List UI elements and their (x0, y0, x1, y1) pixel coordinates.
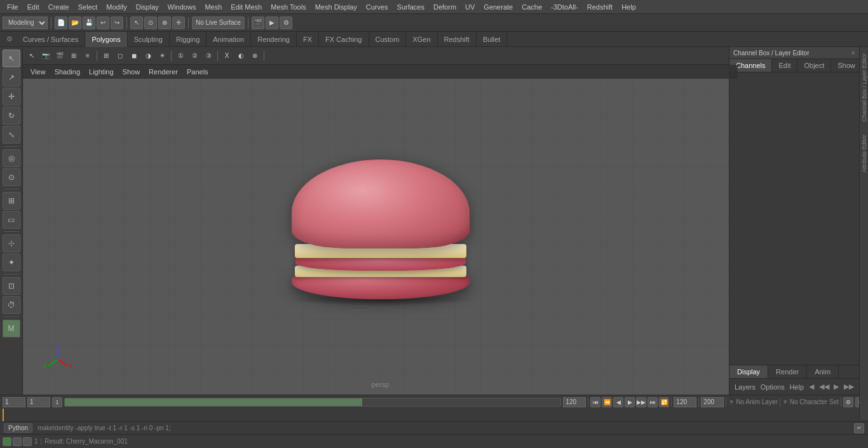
display-tab-anim[interactable]: Anim (807, 365, 839, 378)
undo-icon[interactable]: ↩ (97, 17, 109, 29)
menu-display[interactable]: Display (132, 2, 163, 12)
tab-sculpting[interactable]: Sculpting (128, 32, 170, 47)
tab-polygons[interactable]: Polygons (85, 32, 127, 47)
render-seq-icon[interactable]: ▶ (266, 17, 278, 29)
panel-close-icon[interactable]: × (851, 49, 855, 57)
transform-tool[interactable]: ↗ (3, 69, 20, 86)
frame-field-2[interactable] (27, 397, 50, 407)
move-icon[interactable]: ✛ (172, 17, 185, 29)
pb-loop-btn[interactable]: 🔁 (659, 397, 669, 407)
character-set-dropdown-icon[interactable]: ▼ (782, 398, 789, 405)
vp-menu-view[interactable]: View (27, 67, 50, 77)
redo-icon[interactable]: ↪ (111, 17, 123, 29)
channel-box-vertical-label[interactable]: Channel Box / Layer Editor (861, 53, 867, 122)
layers-menu-help[interactable]: Help (789, 383, 804, 391)
cb-tab-object[interactable]: Object (797, 59, 831, 72)
vp-light-icon[interactable]: ☀ (156, 50, 168, 62)
tab-curves-surfaces[interactable]: Curves / Surfaces (17, 32, 85, 47)
layers-nav-next[interactable]: ▶ (834, 383, 839, 391)
attribute-editor-vertical-label[interactable]: Attribute Editor (861, 135, 867, 173)
menu-generate[interactable]: Generate (479, 2, 517, 12)
menu-deform[interactable]: Deform (429, 2, 461, 12)
menu-uv[interactable]: UV (461, 2, 479, 12)
menu-create[interactable]: Create (44, 2, 74, 12)
soft-select-tool[interactable]: ◎ (3, 149, 20, 167)
workspace-select[interactable]: Modeling (3, 17, 48, 29)
layout-icon[interactable]: ⊡ (3, 277, 20, 295)
vp-menu-shading[interactable]: Shading (51, 67, 84, 77)
open-file-icon[interactable]: 📂 (69, 17, 81, 29)
vp-snap-icon[interactable]: ⊞ (67, 50, 80, 62)
vp-toggle3-icon[interactable]: ③ (202, 50, 215, 62)
menu-modify[interactable]: Modify (102, 2, 131, 12)
menu-help[interactable]: Help (617, 2, 641, 12)
command-line[interactable]: makeIdentity -apply true -t 1 -r 1 -s 1 … (37, 424, 849, 431)
cb-tab-edit[interactable]: Edit (772, 59, 797, 72)
save-file-icon[interactable]: 💾 (83, 17, 95, 29)
layers-menu-options[interactable]: Options (761, 383, 785, 391)
vp-wireframe-icon[interactable]: ◻ (114, 50, 126, 62)
menu-3dtoall[interactable]: -3DtoAll- (546, 2, 583, 12)
anim-start-field[interactable] (674, 397, 696, 407)
command-enter-btn[interactable]: ↵ (854, 423, 864, 433)
pb-prev-key-btn[interactable]: ⏪ (602, 397, 612, 407)
pb-next-btn[interactable]: ▶▶ (636, 397, 646, 407)
current-frame-field[interactable] (3, 397, 25, 407)
grid-select-tool[interactable]: ⊞ (3, 192, 20, 210)
vp-shading2-icon[interactable]: ◐ (234, 50, 247, 62)
vp-toggle1-icon[interactable]: ① (174, 50, 187, 62)
vp-toggle2-icon[interactable]: ② (188, 50, 201, 62)
tab-animation[interactable]: Animation (207, 32, 251, 47)
menu-redshift[interactable]: Redshift (583, 2, 617, 12)
pb-prev-btn[interactable]: ◀ (613, 397, 623, 407)
maya-icon[interactable]: M (3, 320, 20, 337)
render-icon[interactable]: 🎬 (252, 17, 264, 29)
menu-curves[interactable]: Curves (362, 2, 393, 12)
live-surface-btn[interactable]: No Live Surface (192, 17, 245, 29)
viewport-frame-icon[interactable] (13, 437, 22, 446)
range-end-field[interactable] (563, 397, 586, 407)
layers-nav-prev[interactable]: ◀ (809, 383, 814, 391)
menu-windows[interactable]: Windows (163, 2, 201, 12)
menu-edit[interactable]: Edit (23, 2, 44, 12)
vp-isolate-icon[interactable]: ⊗ (248, 50, 261, 62)
menu-file[interactable]: File (3, 2, 23, 12)
layers-nav-prev2[interactable]: ◀◀ (819, 383, 829, 391)
cb-tab-show[interactable]: Show (831, 59, 862, 72)
pb-play-btn[interactable]: ▶ (625, 397, 635, 407)
viewport-snap-icon[interactable] (23, 437, 32, 446)
pb-start-btn[interactable]: ⏮ (590, 397, 600, 407)
layers-nav-next2[interactable]: ▶▶ (844, 383, 854, 391)
scale-tool[interactable]: ⤡ (3, 126, 20, 144)
render-settings-icon[interactable]: ⚙ (280, 17, 292, 29)
pb-end-btn[interactable]: ⏭ (648, 397, 658, 407)
tab-rigging[interactable]: Rigging (170, 32, 207, 47)
vp-select-mask-icon[interactable]: ↖ (25, 50, 38, 62)
vp-camera-icon[interactable]: 📷 (39, 50, 52, 62)
vp-menu-show[interactable]: Show (119, 67, 144, 77)
menu-select[interactable]: Select (74, 2, 102, 12)
lasso-icon[interactable]: ⊙ (144, 17, 157, 29)
move-tool[interactable]: ✛ (3, 88, 20, 105)
tab-redshift[interactable]: Redshift (438, 32, 477, 47)
vp-xray-icon[interactable]: X (220, 50, 233, 62)
box-select-tool[interactable]: ▭ (3, 211, 20, 229)
tab-bullet[interactable]: Bullet (477, 32, 508, 47)
layers-menu-layers[interactable]: Layers (735, 383, 756, 391)
vp-grid-icon[interactable]: ⊞ (100, 50, 112, 62)
preferences-btn[interactable]: ⚙ (843, 397, 853, 407)
vp-menu-renderer[interactable]: Renderer (145, 67, 182, 77)
snap-point-tool[interactable]: ✦ (3, 254, 20, 271)
menu-mesh-tools[interactable]: Mesh Tools (266, 2, 310, 12)
menu-mesh-display[interactable]: Mesh Display (311, 2, 362, 12)
vp-film-icon[interactable]: 🎬 (53, 50, 66, 62)
tab-xgen[interactable]: XGen (406, 32, 437, 47)
anim-end-field[interactable] (701, 397, 724, 407)
rotate-tool[interactable]: ↻ (3, 107, 20, 125)
menu-mesh[interactable]: Mesh (200, 2, 226, 12)
tab-settings-icon[interactable]: ⚙ (3, 32, 17, 47)
tab-fx-caching[interactable]: FX Caching (319, 32, 369, 47)
soft-falloff-tool[interactable]: ⊙ (3, 168, 20, 186)
anim-layer-dropdown-icon[interactable]: ▼ (728, 398, 735, 405)
menu-surfaces[interactable]: Surfaces (393, 2, 429, 12)
